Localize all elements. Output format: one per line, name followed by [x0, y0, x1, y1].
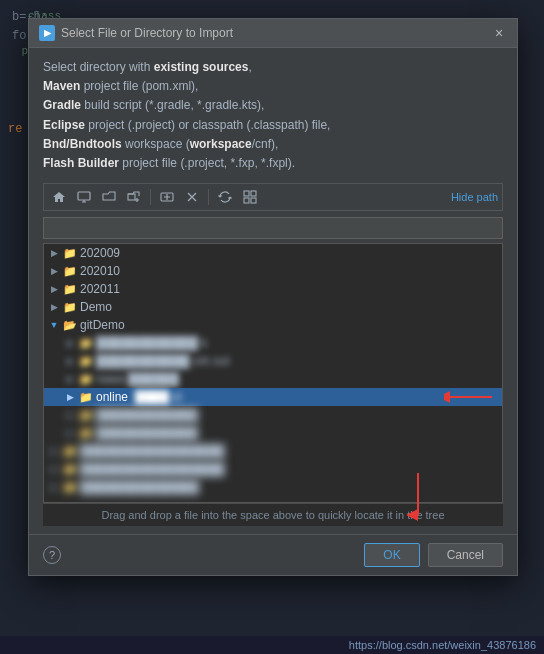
arrow-gitdemo: ▼ [48, 320, 60, 330]
arrow-blurred4: ▶ [64, 428, 76, 438]
arrow-202010: ▶ [48, 266, 60, 276]
arrow-demo: ▶ [48, 302, 60, 312]
tree-label-202011: 202011 [80, 282, 120, 296]
path-input[interactable] [43, 217, 503, 239]
svg-rect-1 [128, 194, 135, 200]
refresh-button[interactable] [214, 187, 236, 207]
folder-icon-blurred2: 📁 [79, 355, 93, 368]
tree-item-202009[interactable]: ▶ 📁 202009 [44, 244, 502, 262]
tree-label-blurred2: ███████████ ork out [96, 354, 230, 368]
drag-hint-section: Drag and drop a file into the space abov… [43, 503, 503, 526]
svg-rect-6 [251, 198, 256, 203]
file-toolbar: Hide path [43, 183, 503, 211]
expand-button[interactable] [156, 187, 178, 207]
tree-label-202010: 202010 [80, 264, 120, 278]
tree-item-online[interactable]: ▶ 📁 online ████ ct [44, 388, 502, 406]
path-input-row [43, 217, 503, 239]
arrow-blurred1: ▶ [64, 338, 76, 348]
tree-item-demo[interactable]: ▶ 📁 Demo [44, 298, 502, 316]
tree-item-202010[interactable]: ▶ 📁 202010 [44, 262, 502, 280]
desktop-button[interactable] [73, 187, 95, 207]
folder-icon-blurred3: 📁 [79, 409, 93, 422]
toolbar-separator-1 [150, 189, 151, 205]
new-folder-button[interactable] [123, 187, 145, 207]
svg-rect-3 [244, 191, 249, 196]
folder-icon-gitdemo: 📂 [63, 319, 77, 332]
arrow-blurred7: ▶ [48, 482, 60, 492]
folder-icon-202009: 📁 [63, 247, 77, 260]
toolbar-separator-2 [208, 189, 209, 205]
tree-item-blurred4[interactable]: ▶ 📁 ████████████ [44, 424, 502, 442]
url-bar: https://blog.csdn.net/weixin_43876186 [0, 636, 544, 654]
file-tree[interactable]: ▶ 📁 202009 ▶ 📁 202010 ▶ 📁 202011 ▶ 📁 Dem… [43, 243, 503, 503]
drag-hint: Drag and drop a file into the space abov… [43, 503, 503, 526]
expand-all-icon [243, 190, 257, 204]
arrow-blurred5: ▶ [48, 446, 60, 456]
cancel-button[interactable]: Cancel [428, 543, 503, 567]
svg-rect-4 [251, 191, 256, 196]
home-icon [52, 190, 66, 204]
arrow-online: ▶ [64, 392, 76, 402]
arrow-202011: ▶ [48, 284, 60, 294]
refresh-icon [218, 190, 232, 204]
tree-item-blurred2[interactable]: ▶ 📁 ███████████ ork out [44, 352, 502, 370]
dialog-title: Select File or Directory to Import [61, 26, 485, 40]
tree-label-gitdemo: gitDemo [80, 318, 125, 332]
tree-label-demo: Demo [80, 300, 112, 314]
arrow-blurred2: ▶ [64, 356, 76, 366]
arrow-blurred6: ▶ [48, 464, 60, 474]
tree-label-202009: 202009 [80, 246, 120, 260]
dialog-description: Select directory with existing sources, … [43, 58, 503, 173]
dialog-body: Select directory with existing sources, … [29, 48, 517, 534]
tree-item-gitdemo[interactable]: ▼ 📂 gitDemo [44, 316, 502, 334]
expand-icon [160, 190, 174, 204]
folder-icon-202010: 📁 [63, 265, 77, 278]
arrow-202009: ▶ [48, 248, 60, 258]
desktop-icon [77, 190, 91, 204]
folder-button[interactable] [98, 187, 120, 207]
tree-item-blurred1[interactable]: ▶ 📁 ████████████ k [44, 334, 502, 352]
tree-label-blurred3: ████████████ [96, 408, 198, 422]
arrow-blurred3: ▶ [64, 410, 76, 420]
new-folder-icon [127, 190, 141, 204]
arrow-nawa: ▶ [64, 374, 76, 384]
tree-label-blurred5: █████████████████ [80, 444, 225, 458]
folder-icon-blurred5: 📁 [63, 445, 77, 458]
hide-path-link[interactable]: Hide path [451, 191, 498, 203]
expand-all-button[interactable] [239, 187, 261, 207]
tree-label-blurred6: █████████████████ [80, 462, 225, 476]
tree-label-blurred4: ████████████ [96, 426, 198, 440]
home-button[interactable] [48, 187, 70, 207]
tree-label-online: online [96, 390, 128, 404]
svg-rect-0 [78, 192, 90, 200]
folder-icon-blurred7: 📁 [63, 481, 77, 494]
folder-icon-online: 📁 [79, 391, 93, 404]
tree-item-202011[interactable]: ▶ 📁 202011 [44, 280, 502, 298]
tree-item-blurred7[interactable]: ▶ 📁 ██████████████ [44, 478, 502, 496]
tree-item-blurred6[interactable]: ▶ 📁 █████████████████ [44, 460, 502, 478]
tree-item-nawa[interactable]: ▶ 📁 nawa ██████ [44, 370, 502, 388]
tree-label-nawa: nawa ██████ [96, 372, 179, 386]
tree-item-blurred5[interactable]: ▶ 📁 █████████████████ [44, 442, 502, 460]
folder-icon-demo: 📁 [63, 301, 77, 314]
red-arrow-down [403, 473, 433, 523]
ok-button[interactable]: OK [364, 543, 419, 567]
remove-icon [185, 190, 199, 204]
folder-icon [102, 190, 116, 204]
folder-icon-blurred6: 📁 [63, 463, 77, 476]
import-dialog: ▶ Select File or Directory to Import × S… [28, 18, 518, 576]
close-button[interactable]: × [491, 25, 507, 41]
folder-icon-blurred4: 📁 [79, 427, 93, 440]
remove-button[interactable] [181, 187, 203, 207]
tree-online-extra: ████ ct [135, 390, 182, 404]
folder-icon-202011: 📁 [63, 283, 77, 296]
folder-icon-nawa: 📁 [79, 373, 93, 386]
url-text: https://blog.csdn.net/weixin_43876186 [349, 639, 536, 651]
tree-label-blurred1: ████████████ k [96, 336, 207, 350]
dialog-icon: ▶ [39, 25, 55, 41]
tree-label-blurred7: ██████████████ [80, 480, 199, 494]
help-button[interactable]: ? [43, 546, 61, 564]
tree-item-blurred3[interactable]: ▶ 📁 ████████████ [44, 406, 502, 424]
dialog-footer: ? OK Cancel [29, 534, 517, 575]
folder-icon-blurred1: 📁 [79, 337, 93, 350]
